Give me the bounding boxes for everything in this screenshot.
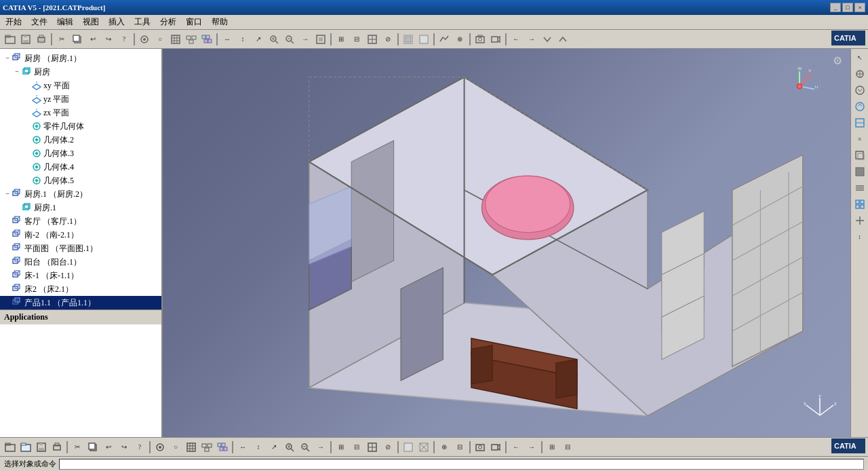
btm-view1[interactable]: ⊞ [334, 440, 349, 455]
tree-item[interactable]: 平面图 （平面图.1） [0, 242, 161, 255]
tree-item[interactable]: 床-1 （床-1.1） [0, 269, 161, 282]
shade-btn1[interactable] [401, 32, 416, 47]
tree-item[interactable]: zx 平面 [0, 106, 161, 119]
btm-cut[interactable]: ✂ [70, 440, 85, 455]
btm-snap[interactable] [153, 440, 167, 455]
btm-nav-fwd[interactable]: → [524, 440, 539, 455]
video-btn[interactable] [488, 32, 503, 47]
maximize-button[interactable]: □ [842, 3, 853, 12]
tree-item[interactable]: 客厅 （客厅.1） [0, 214, 161, 228]
parts-btn[interactable] [184, 32, 199, 47]
tree-item[interactable]: xy 平面 [0, 79, 161, 92]
tree-item[interactable]: −厨房 （厨房.1） [0, 52, 161, 65]
btm-screenshot[interactable] [473, 440, 488, 455]
save-btn[interactable] [18, 32, 33, 47]
btm-print[interactable] [50, 440, 64, 455]
tree-item[interactable]: 床2 （床2.1） [0, 282, 161, 296]
btm-view2[interactable]: ⊟ [349, 440, 364, 455]
menu-view[interactable]: 视图 [79, 15, 103, 29]
right-btn-4[interactable] [852, 99, 867, 114]
menu-help[interactable]: 帮助 [208, 15, 232, 29]
btm-nav-back[interactable]: ← [509, 440, 524, 455]
undo-btn[interactable]: ↩ [85, 32, 100, 47]
btm-view3[interactable] [365, 440, 380, 455]
snap-btn[interactable] [137, 32, 152, 47]
tree-item[interactable]: 零件几何体 [0, 119, 161, 133]
btm-redo[interactable]: ↪ [117, 440, 132, 455]
redo-btn[interactable]: ↪ [101, 32, 116, 47]
minimize-button[interactable]: _ [830, 3, 841, 12]
right-btn-6[interactable]: ≡ [852, 132, 867, 147]
btm-move[interactable]: ↔ [235, 440, 250, 455]
btm-extra[interactable]: ⊟ [452, 440, 467, 455]
pan-btn[interactable]: ↗ [251, 32, 266, 47]
move-btn[interactable]: ↔ [220, 32, 235, 47]
btm-shade1[interactable] [401, 440, 416, 455]
btm-copy[interactable] [85, 440, 100, 455]
tree-item[interactable]: 几何体.3 [0, 147, 161, 160]
tree-expand[interactable]: − [3, 54, 12, 63]
btm-help[interactable]: ? [132, 440, 147, 455]
menu-edit[interactable]: 编辑 [53, 15, 77, 29]
view-btn1[interactable]: ⊞ [334, 32, 349, 47]
btm-view4[interactable]: ⊘ [380, 440, 395, 455]
help-btn[interactable]: ? [117, 32, 132, 47]
btm-grid[interactable] [184, 440, 199, 455]
open-btn[interactable] [3, 32, 18, 47]
copy-btn[interactable] [70, 32, 85, 47]
tree-item[interactable]: −厨房 [0, 65, 161, 79]
measure-btn[interactable]: ○ [153, 32, 167, 47]
right-btn-10[interactable] [852, 197, 867, 212]
extra-btn2[interactable] [555, 32, 570, 47]
btm-assembly[interactable] [215, 440, 230, 455]
nav-back[interactable]: ← [509, 32, 524, 47]
btm-zoomout[interactable] [298, 440, 313, 455]
btm-parts[interactable] [199, 440, 214, 455]
btm-dim[interactable]: ⊕ [437, 440, 452, 455]
screenshot-btn[interactable] [473, 32, 488, 47]
btm-open2[interactable] [18, 440, 33, 455]
right-btn-cursor[interactable]: ↖ [852, 50, 867, 65]
grid-btn[interactable] [168, 32, 183, 47]
fit-all-btn[interactable]: → [298, 32, 313, 47]
tree-expand[interactable]: − [3, 189, 12, 199]
dim-btn[interactable]: ⊕ [452, 32, 467, 47]
view-btn4[interactable]: ⊘ [380, 32, 395, 47]
btm-save[interactable] [34, 440, 49, 455]
tree-item[interactable]: 几何体.5 [0, 174, 161, 187]
shade-btn2[interactable] [416, 32, 431, 47]
btm-circle[interactable]: ○ [168, 440, 183, 455]
tree-item[interactable]: 几何体.2 [0, 133, 161, 147]
btm-extra3[interactable]: ⊟ [560, 440, 575, 455]
right-btn-9[interactable] [852, 181, 867, 195]
rotate-view-btn[interactable]: ↕ [235, 32, 250, 47]
menu-start[interactable]: 开始 [1, 15, 26, 29]
extra-btn1[interactable] [540, 32, 555, 47]
right-btn-5[interactable] [852, 115, 867, 130]
menu-insert[interactable]: 插入 [104, 15, 129, 29]
normal-view-btn[interactable] [313, 32, 328, 47]
view-btn2[interactable]: ⊟ [349, 32, 364, 47]
menu-window[interactable]: 窗口 [182, 15, 206, 29]
menu-analyze[interactable]: 分析 [156, 15, 180, 29]
right-btn-8[interactable] [852, 164, 867, 179]
right-btn-2[interactable] [852, 67, 867, 81]
assembly-btn[interactable] [199, 32, 214, 47]
viewport[interactable]: ⚙ [163, 49, 850, 437]
btm-extra2[interactable]: ⊞ [545, 440, 559, 455]
right-btn-7[interactable] [852, 148, 867, 163]
btm-zoomin[interactable] [282, 440, 297, 455]
tree-item[interactable]: 厨房.1 [0, 201, 161, 214]
nav-fwd[interactable]: → [524, 32, 539, 47]
tree-item[interactable]: 南-2 （南-2.1） [0, 228, 161, 242]
tree-item[interactable]: 阳台 （阳台.1） [0, 255, 161, 269]
tree-item[interactable]: 几何体.4 [0, 160, 161, 174]
right-btn-3[interactable] [852, 83, 867, 98]
tree-item[interactable]: 产品1.1 （产品1.1） [0, 296, 161, 309]
close-button[interactable]: × [854, 3, 865, 12]
menu-file[interactable]: 文件 [27, 15, 52, 29]
btm-fit[interactable]: → [313, 440, 328, 455]
right-btn-11[interactable] [852, 213, 867, 228]
tree-expand[interactable]: − [12, 67, 22, 77]
wire-btn[interactable] [437, 32, 452, 47]
